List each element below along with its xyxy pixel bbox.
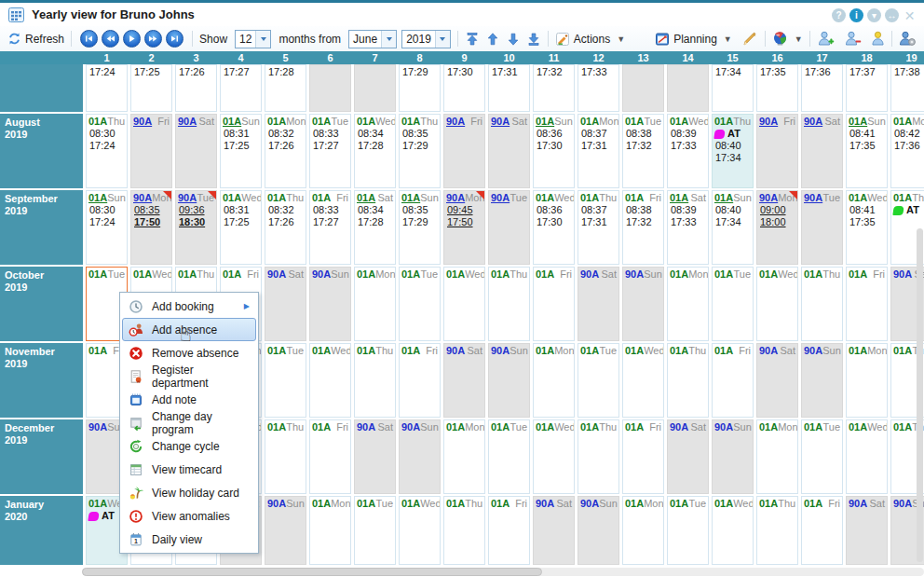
day-cell[interactable]: 01ASat08:3917:33 (667, 190, 709, 265)
day-cell[interactable]: 01AMon08:3217:26 (265, 114, 306, 188)
day-cell[interactable]: 90ATue (488, 190, 530, 265)
day-cell[interactable]: 01ATue08:3817:32 (622, 114, 664, 188)
menu-item-view-anomalies[interactable]: View anomalies (122, 504, 256, 528)
day-cell[interactable]: 01AFri (533, 267, 575, 341)
day-cell[interactable]: 01AMon (309, 496, 351, 565)
program-code[interactable]: 90A (446, 192, 465, 204)
day-cell[interactable]: 01ATue (354, 496, 396, 565)
day-cell[interactable]: 01ASun08:3117:25 (220, 114, 262, 188)
day-cell[interactable]: 01ASun08:4117:35 (846, 114, 888, 188)
day-cell[interactable]: 17:34 (712, 64, 754, 112)
day-cell[interactable]: 01ATue (488, 419, 530, 494)
day-cell[interactable]: 01ATue (801, 419, 843, 494)
program-code[interactable]: 01A (401, 192, 420, 204)
program-code[interactable]: 90A (446, 116, 465, 128)
day-cell[interactable] (354, 64, 396, 112)
day-cell[interactable]: 01AFri (399, 343, 441, 418)
menu-item-add-booking[interactable]: Add booking▶ (122, 295, 256, 318)
menu-item-change-day-program[interactable]: Change day program (122, 411, 256, 434)
day-cell[interactable]: 90AFri (130, 114, 172, 188)
day-cell[interactable]: 90ASat (756, 343, 798, 418)
move-down-button[interactable] (506, 32, 521, 47)
day-cell[interactable]: 17:28 (265, 64, 306, 112)
day-cell[interactable]: 90ATue09:3618:30 (175, 190, 217, 265)
day-cell[interactable]: 90ASat (443, 343, 485, 418)
day-cell[interactable]: 01AMon (443, 419, 485, 494)
day-cell[interactable]: 01AThu (801, 267, 843, 341)
help-icon[interactable]: ? (832, 8, 846, 22)
year-select[interactable]: 2019 (401, 30, 451, 48)
day-cell[interactable]: 90ASat (354, 419, 396, 494)
day-cell[interactable]: 01AFri (712, 343, 754, 418)
day-cell[interactable]: 90AFri (756, 114, 798, 188)
program-code[interactable]: 01A (849, 116, 867, 128)
day-cell[interactable]: 01AWed (712, 496, 754, 565)
day-cell[interactable]: 90ASun (578, 496, 619, 565)
program-code[interactable]: 90A (178, 116, 197, 128)
menu-item-view-timecard[interactable]: View timecard (122, 458, 256, 481)
day-cell[interactable]: 01ATue (667, 496, 709, 565)
menu-item-change-cycle[interactable]: Change cycle (122, 434, 256, 458)
program-code[interactable]: 01A (670, 192, 688, 204)
day-cell[interactable]: 90AFri (443, 114, 485, 188)
day-cell[interactable]: 01ASun08:4017:34 (712, 190, 754, 265)
month-select[interactable]: June (348, 30, 397, 48)
resize-icon[interactable]: ↔ (885, 8, 899, 22)
months-count-select[interactable]: 12 (235, 30, 271, 48)
day-cell[interactable]: 01AFri (801, 496, 843, 565)
day-cell[interactable]: 90ASat (801, 114, 843, 188)
day-cell[interactable]: 01AFri08:3817:32 (622, 190, 664, 265)
day-cell[interactable] (309, 64, 351, 112)
day-cell[interactable]: 01AThu (443, 496, 485, 565)
day-cell[interactable]: 90ASun (712, 419, 754, 494)
day-cell[interactable]: 01AThu (354, 343, 396, 418)
day-cell[interactable]: 90ASat (667, 419, 709, 494)
day-cell[interactable]: 90ASun (488, 343, 530, 418)
day-cell[interactable]: 01AWed (756, 267, 798, 341)
program-code[interactable]: 90A (759, 116, 778, 128)
day-cell[interactable]: 01AMon (756, 419, 798, 494)
program-code[interactable]: 01A (223, 116, 241, 128)
remove-person-button[interactable] (844, 31, 862, 47)
day-cell[interactable]: 01AWed (309, 343, 351, 418)
day-cell[interactable]: 01ATue (265, 343, 306, 418)
program-code[interactable]: 01A (714, 192, 733, 204)
day-cell[interactable]: 17:33 (578, 64, 619, 112)
day-cell[interactable]: 90ASun (399, 419, 441, 494)
day-cell[interactable]: 01AThu08:3217:26 (265, 190, 306, 265)
day-cell[interactable]: 01ATue (712, 267, 754, 341)
day-cell[interactable]: 01AWed (533, 419, 575, 494)
menu-item-register-department[interactable]: Register department (122, 364, 256, 388)
day-cell[interactable]: 01AThu08:3517:29 (399, 114, 441, 188)
day-cell[interactable]: 90ASat (846, 496, 888, 565)
day-cell[interactable]: 01ATue (399, 267, 441, 341)
actions-dropdown[interactable]: Actions ▼ (555, 32, 625, 47)
last-button[interactable] (166, 30, 183, 48)
prev-fast-button[interactable] (102, 30, 119, 48)
day-cell[interactable]: 01AThu (488, 267, 530, 341)
day-cell[interactable]: 01AWed08:3617:30 (533, 190, 575, 265)
program-code[interactable]: 90A (804, 192, 822, 204)
first-button[interactable] (80, 30, 98, 48)
program-code[interactable]: 90A (133, 192, 152, 204)
day-cell[interactable]: 90ASat (175, 114, 217, 188)
day-cell[interactable]: 01AThu08:3017:24 (86, 114, 128, 188)
day-cell[interactable]: 01AFri (309, 419, 351, 494)
day-cell[interactable]: 01AMon08:3717:31 (578, 114, 619, 188)
day-cell[interactable]: 01ASun08:3617:30 (533, 114, 575, 188)
day-cell[interactable]: 01ASun08:3017:24 (86, 190, 128, 265)
refresh-button[interactable]: Refresh (7, 32, 64, 46)
day-cell[interactable]: 01ATue08:3317:27 (309, 114, 351, 188)
program-code[interactable]: 01A (536, 116, 554, 128)
day-cell[interactable]: 90AMon08:3517:50 (130, 190, 172, 265)
program-code[interactable]: 90A (133, 116, 152, 128)
day-cell[interactable]: 17:31 (488, 64, 530, 112)
day-cell[interactable]: 90ASun (622, 267, 664, 341)
day-cell[interactable]: 17:36 (801, 64, 843, 112)
day-cell[interactable]: 17:37 (846, 64, 888, 112)
menu-item-add-note[interactable]: Add note (122, 388, 256, 411)
day-cell[interactable]: 01AThu (756, 496, 798, 565)
day-cell[interactable]: 01ASun08:3517:29 (399, 190, 441, 265)
day-cell[interactable]: 01AThu (578, 419, 619, 494)
day-cell[interactable]: 01AMon (846, 343, 888, 418)
